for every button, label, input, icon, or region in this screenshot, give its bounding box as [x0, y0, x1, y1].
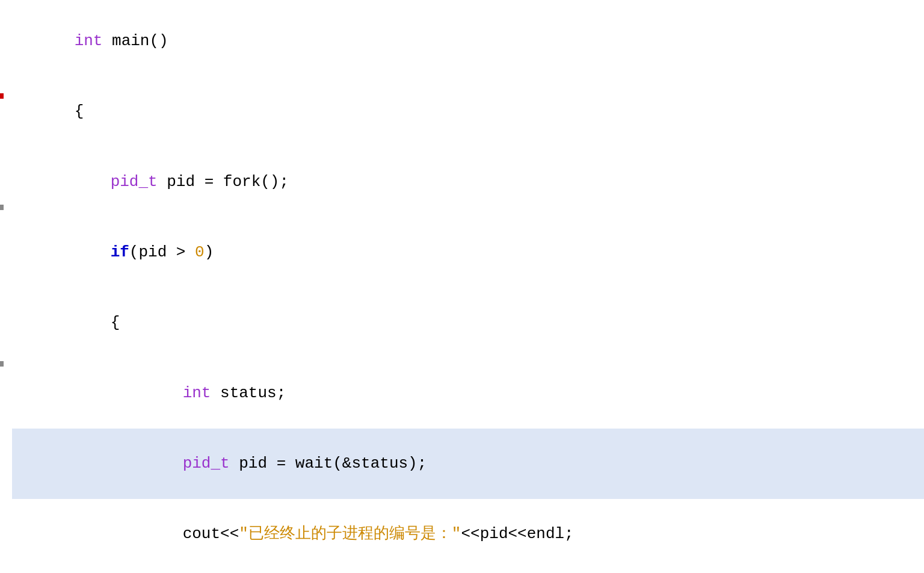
line-2: { — [12, 76, 924, 147]
keyword-int: int — [75, 32, 103, 50]
line-7: pid_t pid = wait(&status); — [12, 429, 924, 499]
line-8: cout<<"已经终止的子进程的编号是："<<pid<<endl; — [12, 499, 924, 569]
line-3: pid_t pid = fork(); — [12, 147, 924, 217]
scrollbar-marker-2 — [0, 205, 4, 210]
scrollbar-marker-3 — [0, 361, 4, 367]
line-1: int main() — [12, 6, 924, 76]
scrollbar-marker-1 — [0, 93, 4, 99]
line-5: { — [12, 288, 924, 358]
line-4: if(pid > 0) — [12, 217, 924, 288]
code-viewer: int main() { pid_t pid = fork(); if(pid … — [0, 0, 924, 573]
line-9: if(WIFEXITED(status)) — [12, 569, 924, 573]
line-6: int status; — [12, 358, 924, 429]
